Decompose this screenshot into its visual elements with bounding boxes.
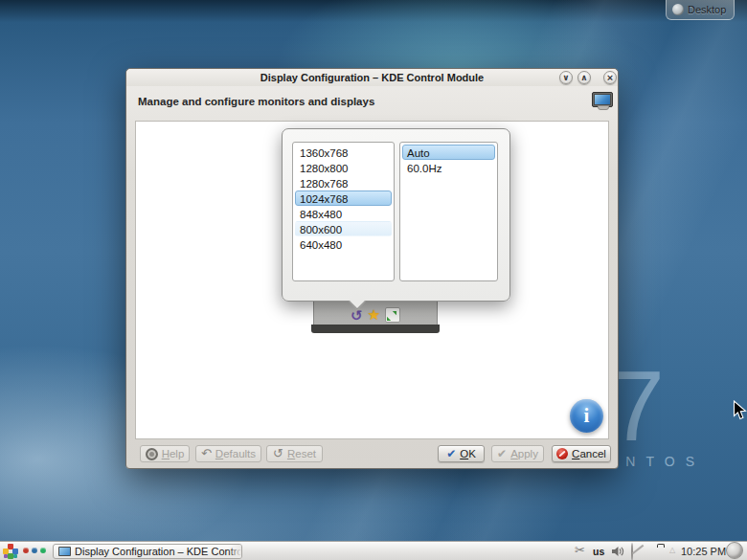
cancel-icon (556, 448, 568, 459)
taskbar-window-button[interactable]: Display Configuration – KDE Control Modu… (53, 544, 242, 559)
clipboard-scissors-icon[interactable]: ✂ (575, 543, 585, 558)
window-title: Display Configuration – KDE Control Modu… (260, 72, 484, 83)
reset-icon: ↺ (273, 448, 283, 459)
resolution-option[interactable]: 1024x768 (295, 190, 392, 206)
task-monitor-icon (58, 547, 71, 556)
rotate-screen-icon[interactable]: ↺ (351, 308, 363, 323)
reset-label: Reset (287, 448, 316, 459)
refresh-rate-option[interactable]: Auto (402, 145, 495, 160)
desktop-toolbox-button[interactable]: Desktop (666, 0, 735, 20)
refresh-rate-list[interactable]: Auto60.0Hz (399, 142, 498, 281)
help-button[interactable]: Help (140, 445, 190, 462)
taskbar: Display Configuration – KDE Control Modu… (0, 541, 747, 560)
help-label: Help (162, 448, 185, 459)
pager-dot-3[interactable] (40, 548, 46, 553)
help-icon (146, 448, 158, 460)
desktop: 7 ENTOS Desktop Display Configuration – … (0, 0, 747, 560)
window-titlebar[interactable]: Display Configuration – KDE Control Modu… (126, 69, 618, 86)
ok-label: OK (460, 448, 476, 459)
cashew-icon (672, 4, 684, 15)
mouse-cursor (733, 400, 747, 421)
resize-screen-icon[interactable] (385, 307, 400, 323)
centos-watermark-text: ENTOS (606, 454, 705, 469)
pager-dot-1[interactable] (23, 548, 29, 553)
ok-check-icon: ✔ (446, 448, 456, 459)
apply-check-icon: ✔ (497, 448, 507, 459)
network-disconnected-icon[interactable] (631, 543, 633, 560)
display-configuration-window: Display Configuration – KDE Control Modu… (125, 68, 619, 469)
resolution-popup: 1360x7681280x8001280x7681024x768848x4808… (282, 128, 510, 302)
launcher-square-teal (13, 554, 17, 558)
apply-button[interactable]: ✔ Apply (491, 445, 544, 462)
resolution-option[interactable]: 800x600 (295, 221, 392, 236)
resolution-option[interactable]: 1280x800 (295, 160, 392, 175)
reset-button[interactable]: ↺ Reset (266, 445, 323, 462)
app-launcher-icon[interactable] (3, 544, 18, 559)
screen-widget-base (311, 325, 440, 333)
cancel-button[interactable]: Cancel (552, 445, 611, 462)
pager-dot-2[interactable] (32, 548, 37, 553)
refresh-rate-option[interactable]: 60.0Hz (402, 160, 495, 175)
info-button[interactable]: i (570, 399, 603, 433)
defaults-button[interactable]: ↶ Defaults (195, 445, 261, 462)
display-module-icon (592, 92, 613, 107)
clock[interactable]: 10:25 PM (681, 542, 726, 560)
panel-cashew-icon[interactable] (726, 542, 743, 559)
resolution-option[interactable]: 1360x768 (295, 145, 392, 160)
apply-label: Apply (510, 448, 538, 459)
desktop-toolbox-label: Desktop (688, 4, 726, 15)
page-title: Manage and configure monitors and displa… (138, 96, 374, 107)
keyboard-layout-indicator[interactable]: us (593, 543, 604, 560)
maximize-button[interactable]: ∧ (577, 71, 591, 84)
resolution-option[interactable]: 848x480 (295, 206, 392, 221)
resolution-option[interactable]: 1280x768 (295, 175, 392, 190)
defaults-icon: ↶ (201, 448, 212, 459)
resolution-option[interactable]: 640x480 (295, 236, 392, 252)
monitor-screen (595, 95, 610, 104)
close-button[interactable]: × (603, 71, 617, 84)
ok-button[interactable]: ✔ OK (438, 445, 485, 462)
launcher-square-purple (4, 554, 8, 558)
resolution-list[interactable]: 1360x7681280x8001280x7681024x768848x4808… (292, 142, 395, 281)
task-label: Display Configuration – KDE Control Modu… (75, 546, 242, 557)
primary-screen-icon[interactable]: ★ (368, 307, 380, 323)
tray-expand-icon[interactable]: △ (669, 542, 675, 559)
defaults-label: Defaults (215, 448, 256, 459)
minimize-button[interactable]: ∨ (559, 71, 573, 84)
resize-arrows-icon (386, 310, 397, 322)
cancel-label: Cancel (572, 448, 606, 459)
monitor-stand (598, 105, 609, 110)
volume-icon[interactable] (611, 546, 625, 557)
